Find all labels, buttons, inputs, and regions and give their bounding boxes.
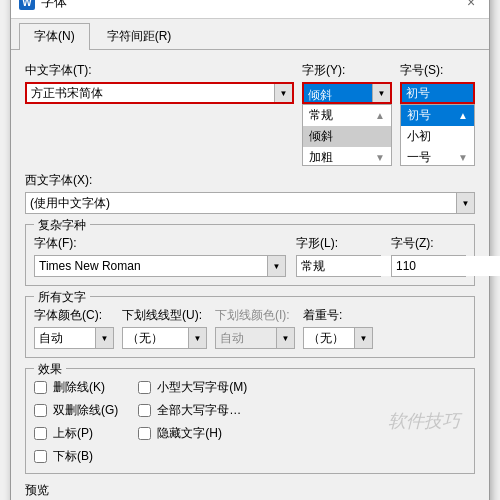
style-arrow[interactable]: ▼ <box>372 84 390 102</box>
size-dropdown-list: 初号 ▲ 小初 一号 ▼ <box>400 104 475 166</box>
tab-spacing[interactable]: 字符间距(R) <box>92 23 187 49</box>
hidden-checkbox[interactable] <box>138 427 151 440</box>
title-bar-left: W 字体 <box>19 0 67 11</box>
color-arrow[interactable]: ▼ <box>95 328 113 348</box>
style-select[interactable]: 倾斜 ▼ <box>302 82 392 104</box>
chinese-font-label: 中文字体(T): <box>25 62 294 79</box>
style-selected-value: 倾斜 <box>304 84 372 102</box>
title-bar: W 字体 × <box>11 0 489 19</box>
close-button[interactable]: × <box>461 0 481 12</box>
complex-size-select[interactable]: ▼ <box>391 255 466 277</box>
chinese-font-arrow[interactable]: ▼ <box>274 84 292 102</box>
west-font-select[interactable]: ▼ <box>25 192 475 214</box>
chinese-font-select[interactable]: ▼ <box>25 82 294 104</box>
effect-hidden: 隐藏文字(H) <box>138 425 247 442</box>
effect-double-strikethrough: 双删除线(G) <box>34 402 118 419</box>
underline-color-value: 自动 <box>216 330 276 347</box>
all-caps-checkbox[interactable] <box>138 404 151 417</box>
effect-small-caps: 小型大写字母(M) <box>138 379 247 396</box>
complex-font-input[interactable] <box>35 256 267 276</box>
west-font-label: 西文字体(X): <box>25 172 475 189</box>
underline-value: （无） <box>123 330 188 347</box>
emphasis-arrow[interactable]: ▼ <box>354 328 372 348</box>
double-strikethrough-checkbox[interactable] <box>34 404 47 417</box>
app-icon: W <box>19 0 35 10</box>
effects-group: 效果 删除线(K) 双删除线(G) 上标(P) <box>25 368 475 474</box>
emphasis-label: 着重号: <box>303 307 373 324</box>
west-font-group: 西文字体(X): ▼ <box>25 172 475 214</box>
all-text-title: 所有文字 <box>34 289 90 306</box>
complex-font-arrow[interactable]: ▼ <box>267 256 285 276</box>
size-group: 字号(S): 初号 初号 ▲ 小初 一号 ▼ <box>400 62 475 166</box>
dialog-title: 字体 <box>41 0 67 11</box>
small-caps-checkbox[interactable] <box>138 381 151 394</box>
effects-left-col: 删除线(K) 双删除线(G) 上标(P) 下标(B) <box>34 379 118 465</box>
all-text-group: 所有文字 字体颜色(C): 自动 ▼ 下划线线型(U): （无） ▼ <box>25 296 475 358</box>
underline-color-select[interactable]: 自动 ▼ <box>215 327 295 349</box>
color-label: 字体颜色(C): <box>34 307 114 324</box>
effect-superscript: 上标(P) <box>34 425 118 442</box>
hidden-label: 隐藏文字(H) <box>157 425 222 442</box>
underline-select[interactable]: （无） ▼ <box>122 327 207 349</box>
underline-arrow[interactable]: ▼ <box>188 328 206 348</box>
color-value: 自动 <box>35 330 95 347</box>
tab-font[interactable]: 字体(N) <box>19 23 90 50</box>
subscript-label: 下标(B) <box>53 448 93 465</box>
emphasis-group: 着重号: （无） ▼ <box>303 307 373 349</box>
underline-color-arrow[interactable]: ▼ <box>276 328 294 348</box>
complex-script-title: 复杂字种 <box>34 217 90 234</box>
color-select[interactable]: 自动 ▼ <box>34 327 114 349</box>
all-text-row: 字体颜色(C): 自动 ▼ 下划线线型(U): （无） ▼ 下划线颜 <box>34 307 466 349</box>
superscript-checkbox[interactable] <box>34 427 47 440</box>
complex-font-group: 字体(F): ▼ <box>34 235 286 277</box>
style-item-bold[interactable]: 加粗 ▼ <box>303 147 391 166</box>
underline-color-group: 下划线颜色(I): 自动 ▼ <box>215 307 295 349</box>
size-item-0[interactable]: 初号 ▲ <box>401 105 474 126</box>
underline-group: 下划线线型(U): （无） ▼ <box>122 307 207 349</box>
size-item-1[interactable]: 小初 <box>401 126 474 147</box>
west-font-input[interactable] <box>26 193 456 213</box>
tab-bar: 字体(N) 字符间距(R) <box>11 19 489 50</box>
underline-color-label: 下划线颜色(I): <box>215 307 295 324</box>
complex-size-group: 字号(Z): ▼ <box>391 235 466 277</box>
size-label: 字号(S): <box>400 62 475 79</box>
emphasis-value: （无） <box>304 330 354 347</box>
complex-font-select[interactable]: ▼ <box>34 255 286 277</box>
style-group: 字形(Y): 倾斜 ▼ 常规 ▲ 倾斜 加粗 <box>302 62 392 166</box>
effects-title: 效果 <box>34 361 66 378</box>
strikethrough-label: 删除线(K) <box>53 379 105 396</box>
complex-style-select[interactable]: ▼ <box>296 255 381 277</box>
complex-size-input[interactable] <box>392 256 500 276</box>
complex-style-label: 字形(L): <box>296 235 381 252</box>
complex-size-label: 字号(Z): <box>391 235 466 252</box>
complex-font-label: 字体(F): <box>34 235 286 252</box>
style-dropdown-list: 常规 ▲ 倾斜 加粗 ▼ <box>302 104 392 166</box>
subscript-checkbox[interactable] <box>34 450 47 463</box>
size-item-2[interactable]: 一号 ▼ <box>401 147 474 166</box>
font-main-row: 中文字体(T): ▼ 字形(Y): 倾斜 ▼ 常规 ▲ <box>25 62 475 166</box>
west-font-arrow[interactable]: ▼ <box>456 193 474 213</box>
effect-all-caps: 全部大写字母… <box>138 402 247 419</box>
strikethrough-checkbox[interactable] <box>34 381 47 394</box>
preview-label: 预览 <box>25 482 475 499</box>
double-strikethrough-label: 双删除线(G) <box>53 402 118 419</box>
complex-style-group: 字形(L): ▼ <box>296 235 381 277</box>
dialog-content: 中文字体(T): ▼ 字形(Y): 倾斜 ▼ 常规 ▲ <box>11 50 489 500</box>
style-item-italic[interactable]: 倾斜 <box>303 126 391 147</box>
complex-script-group: 复杂字种 字体(F): ▼ 字形(L): ▼ <box>25 224 475 286</box>
underline-label: 下划线线型(U): <box>122 307 207 324</box>
complex-script-row: 字体(F): ▼ 字形(L): ▼ 字号(Z): <box>34 235 466 277</box>
effect-subscript: 下标(B) <box>34 448 118 465</box>
size-select[interactable]: 初号 <box>400 82 475 104</box>
effects-right-col: 小型大写字母(M) 全部大写字母… 隐藏文字(H) <box>138 379 247 465</box>
style-item-regular[interactable]: 常规 ▲ <box>303 105 391 126</box>
superscript-label: 上标(P) <box>53 425 93 442</box>
effects-grid: 删除线(K) 双删除线(G) 上标(P) 下标(B) <box>34 379 466 465</box>
chinese-font-input[interactable] <box>27 84 274 102</box>
color-group: 字体颜色(C): 自动 ▼ <box>34 307 114 349</box>
size-selected-value: 初号 <box>406 85 469 102</box>
font-dialog: W 字体 × 字体(N) 字符间距(R) 中文字体(T): ▼ 字形(Y): <box>10 0 490 500</box>
emphasis-select[interactable]: （无） ▼ <box>303 327 373 349</box>
small-caps-label: 小型大写字母(M) <box>157 379 247 396</box>
effect-strikethrough: 删除线(K) <box>34 379 118 396</box>
